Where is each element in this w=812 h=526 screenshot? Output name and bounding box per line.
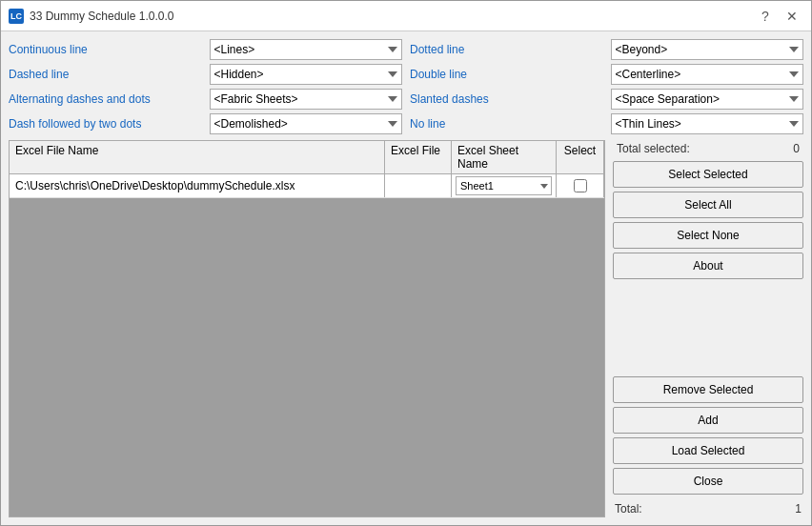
continuous-line-select[interactable]: <Lines> [210,39,403,60]
remove-selected-button[interactable]: Remove Selected [613,376,803,403]
double-line-select[interactable]: <Centerline> [611,64,804,85]
dash-two-dots-label: Dash followed by two dots [9,117,202,131]
select-all-button[interactable]: Select All [613,192,803,218]
close-button[interactable]: Close [613,468,803,495]
select-none-button[interactable]: Select None [613,222,803,249]
help-button[interactable]: ? [754,5,777,28]
alternating-dashes-label: Alternating dashes and dots [9,92,202,106]
title-bar-buttons: ? ✕ [754,5,803,28]
select-selected-button[interactable]: Select Selected [613,161,803,188]
right-spacer [613,283,803,373]
dashed-line-label: Dashed line [9,68,202,81]
col-header-file: Excel File [385,141,452,173]
total-label: Total: [615,502,642,516]
total-value: 1 [795,502,802,516]
total-selected-label: Total selected: [617,142,690,155]
slanted-dashes-select[interactable]: <Space Separation> [611,89,804,110]
total-selected-value: 0 [793,142,800,155]
continuous-line-label: Continuous line [9,43,202,56]
slanted-dashes-label: Slanted dashes [410,92,603,106]
main-window: LC 33 Dummy Schedule 1.0.0.0 ? ✕ Continu… [0,0,812,526]
col-header-filename: Excel File Name [10,141,385,173]
title-bar: LC 33 Dummy Schedule 1.0.0.0 ? ✕ [1,1,811,31]
content-area: Continuous line <Lines> Dotted line <Bey… [1,31,811,525]
add-button[interactable]: Add [613,407,803,434]
close-window-button[interactable]: ✕ [781,5,803,28]
cell-file [385,174,452,197]
total-selected-row: Total selected: 0 [613,140,803,157]
no-line-label: No line [410,117,603,131]
alternating-dashes-select[interactable]: <Fabric Sheets> [210,89,403,110]
line-type-grid: Continuous line <Lines> Dotted line <Bey… [9,39,803,134]
table-empty-area [10,198,604,516]
dotted-line-label: Dotted line [410,43,603,56]
dash-two-dots-select[interactable]: <Demolished> [210,113,403,134]
col-header-sheet: Excel Sheet Name [452,141,557,173]
cell-filename: C:\Users\chris\OneDrive\Desktop\dummySch… [10,174,385,197]
bottom-row: Total: 1 [613,498,803,517]
about-button[interactable]: About [613,253,803,279]
no-line-select[interactable]: <Thin Lines> [611,113,804,134]
right-panel: Total selected: 0 Select Selected Select… [613,140,803,517]
title-bar-left: LC 33 Dummy Schedule 1.0.0.0 [9,9,173,24]
row-checkbox[interactable] [574,179,587,192]
load-selected-button[interactable]: Load Selected [613,437,803,464]
window-title: 33 Dummy Schedule 1.0.0.0 [30,10,173,23]
sheet-select[interactable]: Sheet1 [456,176,552,195]
table-row: C:\Users\chris\OneDrive\Desktop\dummySch… [10,174,604,198]
cell-sheet: Sheet1 [452,174,557,197]
table-header: Excel File Name Excel File Excel Sheet N… [10,141,604,174]
dotted-line-select[interactable]: <Beyond> [611,39,804,60]
table-panel: Excel File Name Excel File Excel Sheet N… [9,140,605,517]
app-icon: LC [9,9,24,24]
double-line-label: Double line [410,68,603,81]
dashed-line-select[interactable]: <Hidden> [210,64,403,85]
main-body: Excel File Name Excel File Excel Sheet N… [9,140,803,517]
cell-select [557,174,604,197]
col-header-select: Select [557,141,604,173]
